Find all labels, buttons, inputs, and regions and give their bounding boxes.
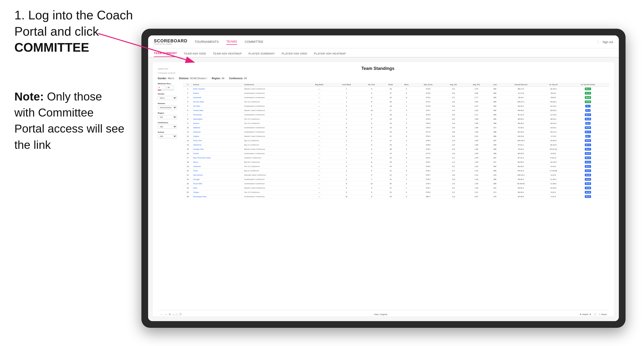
cell-vs-top25: 4-21-0 [540, 194, 566, 199]
cell-wins: 2 [399, 139, 414, 143]
cell-no-tour: 8 [360, 160, 382, 164]
cell-wins: 6 [399, 134, 414, 139]
cell-wins: 0 [399, 173, 414, 177]
cell-rank: 9 [183, 121, 192, 126]
cell-school[interactable]: Illinois [192, 160, 244, 164]
table-row: 1 North Carolina Atlantic Coast Conferen… [183, 87, 609, 91]
cell-school[interactable]: Alabama [192, 126, 244, 130]
cell-wins: 1 [399, 160, 414, 164]
cell-no-tour: 8 [360, 169, 382, 173]
watch-btn[interactable]: 👁 Watch ▼ [580, 313, 591, 316]
toolbar-clock-icon[interactable]: ⏱ [179, 313, 182, 316]
cell-rnds: 27 [383, 91, 399, 95]
col-school: School [192, 83, 244, 87]
sub-nav-player-h2h-grid[interactable]: PLAYER H2H GRID [282, 52, 307, 57]
division-sidebar-select[interactable]: NCAA Division I [158, 106, 177, 110]
table-row: 10 Alabama Southeastern Conference — 5 6… [183, 126, 609, 130]
cell-vs-top25: 30-15-0 [540, 143, 566, 147]
cell-school[interactable]: Arizona State [192, 100, 244, 104]
cell-school[interactable]: Duke [192, 186, 244, 190]
min-rounds-max-input[interactable] [166, 86, 174, 89]
min-rounds-slider[interactable] [158, 90, 174, 90]
toolbar-home-icon[interactable]: ⌂ [172, 313, 174, 316]
toolbar-forward-icon[interactable]: → [164, 313, 167, 316]
cell-vs-top50: 46.91 [566, 169, 609, 173]
note-section: Note: Only those with Committee Portal a… [14, 89, 125, 153]
cell-overall-record: 59-39-1 [502, 177, 540, 182]
table-row: 24 Duke Atlantic Coast Conference — 5 9 … [183, 186, 609, 190]
conference-sidebar-select[interactable]: (All) [158, 125, 177, 129]
cell-school[interactable]: Ole Miss [192, 104, 244, 108]
cell-school[interactable]: Virginia [192, 134, 244, 139]
view-original-btn[interactable]: View: Original [374, 313, 387, 316]
cell-school[interactable]: Texas [192, 169, 244, 173]
cell-school[interactable]: North Carolina [192, 87, 244, 91]
cell-vs-top50: 48.27 [566, 164, 609, 169]
cell-vs-top50: 38.38 [566, 190, 609, 194]
cell-no-tour: 8 [360, 147, 382, 152]
cell-rank: 23 [183, 182, 192, 186]
cell-school[interactable]: Arizona [192, 121, 244, 126]
cell-conf-rank: 6 [332, 130, 361, 134]
nav-committee[interactable]: COMMITTEE [245, 39, 264, 44]
cell-school[interactable]: Arkansas [192, 130, 244, 134]
school-sidebar-select[interactable]: (All) [158, 134, 177, 138]
cell-school[interactable]: New Mexico [192, 173, 244, 177]
cell-school[interactable]: California [192, 164, 244, 169]
cell-avg-sg: -3.6 [442, 126, 464, 130]
region-sidebar-select[interactable]: N/A [158, 115, 177, 119]
cell-no-tour: 8 [360, 134, 382, 139]
cell-school[interactable]: Florida State [192, 108, 244, 113]
cell-no-tour: 8 [360, 117, 382, 121]
cell-school[interactable]: Auburn [192, 91, 244, 95]
toolbar-refresh-icon[interactable]: ↻ [169, 313, 171, 316]
cell-school[interactable]: Texas A&M [192, 182, 244, 186]
toolbar-share-icon[interactable]: □ [176, 313, 177, 316]
nav-teams[interactable]: TEAMS [226, 39, 237, 45]
cell-rank: 2 [183, 91, 192, 95]
cell-school[interactable]: Georgia [192, 177, 244, 182]
cell-school[interactable]: Washington [192, 117, 244, 121]
cell-conference: Southeastern Conference [244, 104, 306, 108]
cell-school[interactable]: Texas Tech [192, 139, 244, 143]
cell-adj-score: 274.8 [414, 104, 442, 108]
cell-overall-record: 83-25-1 [502, 164, 540, 169]
gender-sidebar-select[interactable]: Men's [158, 96, 177, 100]
expand-btn[interactable]: ⛶ [594, 313, 596, 316]
toolbar-back-icon[interactable]: ← [160, 313, 163, 316]
cell-school[interactable]: Georgia Tech [192, 147, 244, 152]
cell-avg-par: 1.85 [465, 147, 488, 152]
cell-vs-top25: 43-23-1 [540, 100, 566, 104]
cell-conf-rank: 5 [332, 126, 361, 130]
cell-avg-sg: -6.0 [442, 117, 464, 121]
cell-adj-score: 278.7 [414, 173, 442, 177]
cell-conference: Southeastern Conference [244, 91, 306, 95]
cell-school[interactable]: East Tennessee State [192, 156, 244, 160]
cell-overall-record: 76-29-1 [502, 147, 540, 152]
cell-vs-top25: 12-13-0 [540, 160, 566, 164]
cell-avg-par: 1.44 [465, 169, 488, 173]
cell-school[interactable]: Vanderbilt [192, 95, 244, 100]
cell-school[interactable]: Tennessee [192, 113, 244, 117]
sign-out-link[interactable]: Sign out [602, 40, 613, 44]
cell-school[interactable]: Oklahoma [192, 143, 244, 147]
table-row: 9 Arizona Pac-12 Conference — 3 8 23 4 2… [183, 121, 609, 126]
cell-avg-sg: -5.2 [442, 87, 464, 91]
cell-school[interactable]: Florida [192, 152, 244, 156]
cell-vs-top50: 46.98 [566, 173, 609, 177]
cell-conf-rank: 4 [332, 134, 361, 139]
sub-nav-player-h2h-heatmap[interactable]: PLAYER H2H HEATMAP [314, 52, 346, 57]
share-btn[interactable]: < Share [599, 313, 607, 316]
filter-row: Gender: Men's Division: NCAA Division I … [158, 77, 609, 80]
cell-school[interactable]: Mississippi State [192, 194, 244, 199]
cell-vs-top25: 17-33-38 [540, 169, 566, 173]
min-rounds-min-input[interactable] [158, 86, 165, 89]
cell-overall-record: 60-39-2 [502, 194, 540, 199]
cell-vs-top50: 60.7 [566, 134, 609, 139]
cell-conference: Southeastern Conference [244, 130, 306, 134]
cell-conference: Southeastern Conference [244, 152, 306, 156]
cell-school[interactable]: Oregon [192, 190, 244, 194]
cell-avg-sg: -2.0 [442, 182, 464, 186]
sub-nav-player-summary[interactable]: PLAYER SUMMARY [248, 52, 275, 57]
cell-vs-top25: 13-24-1 [540, 126, 566, 130]
